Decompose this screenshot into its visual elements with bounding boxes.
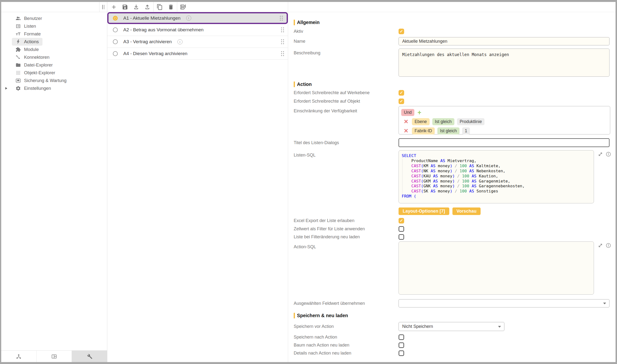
sidebar-item-einstellungen[interactable]: Einstellungen: [12, 84, 55, 92]
row-speichern-nach: Speichern nach Action: [294, 334, 616, 340]
row-zellwert-filter: Zellwert als Filter für Liste anwenden: [294, 226, 616, 232]
condition-field-chip[interactable]: Ebene: [412, 118, 430, 125]
sidebar-item-formate[interactable]: Formate: [12, 30, 44, 38]
condition-field-chip[interactable]: Fabrik-ID: [412, 127, 435, 134]
liste-neu-laden-checkbox[interactable]: [399, 234, 404, 240]
radio-button[interactable]: [113, 51, 118, 56]
speichern-vor-label: Speichern vor Action: [294, 322, 399, 331]
tab-admin-view[interactable]: [72, 351, 107, 362]
section-allgemein: Allgemein: [294, 19, 616, 26]
action-item-label: A1 - Aktuelle Mietzahlungen: [123, 15, 181, 21]
info-icon[interactable]: i: [177, 39, 183, 44]
condition-operator-chip[interactable]: Ist gleich: [432, 118, 454, 125]
condition-operator-chip[interactable]: Ist gleich: [437, 127, 459, 134]
section-accent-bar: [294, 20, 295, 25]
action-list-item[interactable]: A4 - Diesen Vertrag archivieren: [107, 48, 288, 60]
detail-panel-header: [288, 2, 616, 12]
radio-button[interactable]: [113, 16, 118, 21]
remove-condition-icon[interactable]: ✕: [403, 128, 409, 134]
section-action: Action: [294, 81, 616, 87]
connector-icon: [15, 55, 21, 60]
info-icon[interactable]: i: [186, 15, 191, 21]
action-list-item[interactable]: A1 - Aktuelle Mietzahlungeni: [107, 12, 288, 24]
remove-condition-icon[interactable]: ✕: [403, 118, 409, 125]
layout-optionen-button[interactable]: Layout-Optionen [7]: [399, 208, 449, 215]
detail-panel: Allgemein Aktiv ✓ Name Aktuelle Mietzahl…: [288, 2, 616, 362]
add-condition-icon[interactable]: +: [418, 110, 421, 115]
sidebar: BenutzerListenFormateActionsModuleKonnek…: [1, 2, 107, 362]
format-icon: [15, 31, 21, 37]
beschreibung-textarea[interactable]: Mietzahlungen des aktuellen Monats anzei…: [399, 49, 609, 77]
delete-button[interactable]: [165, 2, 176, 12]
run-action-button[interactable]: [178, 2, 189, 12]
expand-editor-icon[interactable]: [598, 243, 603, 248]
sidebar-item-datei-explorer[interactable]: Datei-Explorer: [12, 61, 56, 69]
section-title: Speichern & neu laden: [297, 313, 348, 318]
details-neu-checkbox[interactable]: [399, 351, 404, 356]
listen-sql-editor[interactable]: SELECT ProductName AS Mietvertrag, CAST(…: [399, 150, 594, 203]
speichern-vor-select[interactable]: Nicht Speichern: [399, 322, 504, 331]
tab-layout-view[interactable]: [37, 351, 72, 362]
sidebar-item-label: Sicherung & Wartung: [24, 78, 66, 83]
info-icon[interactable]: [605, 243, 611, 248]
condition-value-chip[interactable]: Produktlinie: [457, 118, 485, 125]
vorschau-button[interactable]: Vorschau: [452, 208, 481, 215]
schreibrechte-werk-label: Erfordert Schreibrechte auf Werkebene: [294, 90, 399, 96]
copy-icon: [157, 4, 163, 10]
panel-splitter-handle[interactable]: [99, 2, 107, 12]
plus-icon: [111, 4, 117, 10]
chevron-down-icon: [603, 303, 606, 304]
download-button[interactable]: [131, 2, 142, 12]
expand-editor-icon[interactable]: [598, 151, 603, 157]
filter-root-operator-chip[interactable]: Und: [401, 109, 414, 116]
schreibrechte-objekt-checkbox[interactable]: ✓: [399, 99, 404, 104]
action-list-item[interactable]: A2 - Betrag aus Vormonat übernehmen: [107, 24, 288, 36]
baum-neu-checkbox[interactable]: [399, 342, 404, 348]
condition-value-chip[interactable]: 1: [462, 127, 470, 134]
titel-dialog-input[interactable]: [399, 138, 609, 147]
sidebar-item-benutzer[interactable]: Benutzer: [12, 14, 46, 22]
action-sql-editor[interactable]: [399, 241, 594, 295]
name-input[interactable]: Aktuelle Mietzahlungen: [399, 37, 609, 45]
sidebar-item-actions[interactable]: Actions: [12, 38, 42, 46]
row-schreibrechte-objekt: Erfordert Schreibrechte auf Objekt ✓: [294, 99, 616, 104]
expand-arrow-icon[interactable]: [5, 87, 7, 90]
zellwert-filter-checkbox[interactable]: [399, 226, 404, 232]
schreibrechte-werk-checkbox[interactable]: ✓: [399, 90, 404, 96]
trash-icon: [168, 4, 174, 10]
radio-button[interactable]: [113, 27, 118, 32]
sidebar-nav: BenutzerListenFormateActionsModuleKonnek…: [1, 12, 107, 351]
feldwert-select[interactable]: [399, 299, 609, 307]
excel-export-checkbox[interactable]: ✓: [399, 218, 404, 223]
action-list-item[interactable]: A3 - Vertrag archiviereni: [107, 36, 288, 48]
sidebar-item-label: Benutzer: [24, 16, 42, 21]
listen-sql-label: Listen-SQL: [294, 150, 399, 158]
speichern-nach-checkbox[interactable]: [399, 334, 404, 340]
aktiv-checkbox[interactable]: ✓: [399, 29, 404, 34]
drag-handle-icon[interactable]: [281, 27, 284, 32]
row-name: Name Aktuelle Mietzahlungen: [294, 37, 616, 45]
save-icon: [122, 4, 128, 10]
drag-handle-icon[interactable]: [280, 16, 283, 21]
row-layout-buttons: Layout-Optionen [7] Vorschau: [294, 208, 616, 215]
sidebar-item-konnektoren[interactable]: Konnektoren: [12, 53, 53, 61]
add-button[interactable]: [108, 2, 119, 12]
tab-tree-view[interactable]: [1, 351, 37, 362]
upload-button[interactable]: [142, 2, 153, 12]
radio-button[interactable]: [113, 39, 118, 44]
save-button[interactable]: [119, 2, 131, 12]
toolbar-separator: [177, 2, 177, 12]
duplicate-button[interactable]: [154, 2, 165, 12]
sidebar-item-listen[interactable]: Listen: [12, 22, 39, 30]
section-speichern: Speichern & neu laden: [294, 312, 616, 319]
sidebar-item-sicherung-wartung[interactable]: Sicherung & Wartung: [12, 77, 70, 84]
drag-handle-icon[interactable]: [281, 39, 284, 44]
action-form: Allgemein Aktiv ✓ Name Aktuelle Mietzahl…: [288, 12, 616, 362]
sidebar-item-objekt-explorer[interactable]: Objekt-Explorer: [12, 69, 59, 77]
sidebar-item-module[interactable]: Module: [12, 46, 42, 53]
drag-handle-icon[interactable]: [281, 51, 284, 56]
action-item-label: A4 - Diesen Vertrag archivieren: [123, 51, 187, 56]
sidebar-bottom-tabs: [1, 351, 107, 362]
info-icon[interactable]: [605, 151, 611, 157]
titel-dialog-label: Titel des Listen-Dialogs: [294, 138, 399, 147]
